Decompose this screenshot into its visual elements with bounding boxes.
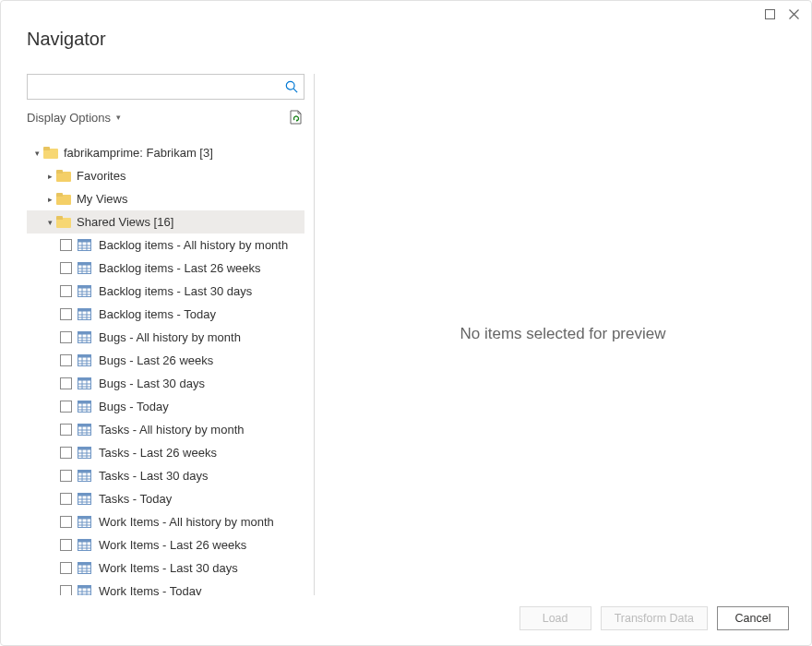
tree-label: Bugs - Today [99, 400, 169, 413]
svg-rect-52 [78, 425, 91, 427]
tree-leaf[interactable]: Bugs - Last 30 days [27, 372, 304, 395]
tree-view[interactable]: ▾ fabrikamprime: Fabrikam [3] ▸ Favorite… [27, 141, 304, 595]
tree-leaf[interactable]: Work Items - Today [27, 580, 304, 595]
svg-rect-46 [78, 401, 91, 404]
footer: Load Transform Data Cancel [1, 595, 811, 645]
tree-leaf[interactable]: Work Items - Last 30 days [27, 556, 304, 580]
checkbox[interactable] [60, 539, 72, 551]
tree-node-root[interactable]: ▾ fabrikamprime: Fabrikam [3] [27, 141, 304, 164]
tree-leaf[interactable]: Bugs - Last 26 weeks [27, 349, 304, 372]
search-input[interactable] [28, 75, 280, 99]
table-icon [78, 331, 91, 343]
table-icon-wrap [78, 470, 91, 482]
tree-label: Bugs - Last 30 days [99, 377, 205, 390]
tree-leaf[interactable]: Work Items - Last 26 weeks [27, 533, 304, 556]
maximize-button[interactable] [758, 3, 782, 27]
tree-leaf[interactable]: Work Items - All history by month [27, 510, 304, 533]
display-options-dropdown[interactable]: Display Options ▾ [27, 111, 121, 125]
left-pane: Display Options ▾ ▾ fa [1, 74, 315, 595]
display-options-label: Display Options [27, 111, 111, 125]
chevron-down-icon: ▾ [116, 113, 121, 122]
table-icon [78, 516, 91, 528]
close-icon [789, 9, 799, 19]
table-icon [78, 447, 91, 459]
tree-leaf[interactable]: Backlog items - Today [27, 303, 304, 326]
caret-right-icon[interactable]: ▸ [45, 195, 54, 204]
search-icon-button[interactable] [280, 75, 304, 99]
folder-icon [56, 216, 71, 228]
checkbox[interactable] [60, 308, 72, 320]
checkbox[interactable] [60, 447, 72, 459]
checkbox[interactable] [60, 262, 72, 274]
checkbox[interactable] [60, 331, 72, 343]
tree-leaf[interactable]: Tasks - All history by month [27, 418, 304, 441]
checkbox[interactable] [60, 424, 72, 436]
svg-rect-94 [78, 586, 91, 589]
checkbox[interactable] [60, 562, 72, 574]
page-title: Navigator [27, 29, 785, 50]
load-button[interactable]: Load [519, 606, 591, 630]
caret-right-icon[interactable]: ▸ [45, 172, 54, 181]
table-icon-wrap [78, 331, 91, 343]
svg-rect-40 [78, 378, 91, 381]
svg-rect-0 [765, 10, 774, 19]
checkbox[interactable] [60, 585, 72, 595]
checkbox[interactable] [60, 516, 72, 528]
tree-leaf[interactable]: Tasks - Last 30 days [27, 464, 304, 487]
maximize-icon [765, 9, 775, 19]
table-icon [78, 354, 91, 366]
tree-label: Backlog items - Today [99, 307, 216, 321]
svg-rect-4 [78, 240, 91, 243]
table-icon-wrap [78, 562, 91, 574]
checkbox[interactable] [60, 354, 72, 366]
transform-data-button[interactable]: Transform Data [601, 606, 708, 630]
tree-leaf[interactable]: Tasks - Today [27, 487, 304, 510]
refresh-button[interactable] [286, 108, 304, 126]
tree-node-favorites[interactable]: ▸ Favorites [27, 164, 304, 187]
table-icon [78, 401, 91, 413]
table-icon-wrap [78, 239, 91, 251]
tree-node-sharedviews[interactable]: ▾ Shared Views [16] [27, 210, 304, 233]
checkbox[interactable] [60, 377, 72, 389]
svg-point-1 [286, 81, 294, 90]
tree-leaf[interactable]: Tasks - Last 26 weeks [27, 441, 304, 464]
table-icon [78, 239, 91, 251]
checkbox[interactable] [60, 493, 72, 505]
tree-leaf[interactable]: Bugs - Today [27, 395, 304, 418]
content: Display Options ▾ ▾ fa [1, 57, 811, 595]
tree-label: Shared Views [16] [77, 215, 173, 229]
tree-label: Work Items - Last 30 days [99, 561, 238, 575]
table-icon-wrap [78, 539, 91, 551]
checkbox[interactable] [60, 239, 72, 251]
tree-leaf[interactable]: Backlog items - Last 30 days [27, 280, 304, 303]
tree-leaf[interactable]: Bugs - All history by month [27, 326, 304, 349]
search-box[interactable] [27, 74, 304, 100]
tree-label: Work Items - All history by month [99, 515, 274, 529]
tree-leaf[interactable]: Backlog items - All history by month [27, 233, 304, 257]
tree-label: Favorites [77, 169, 125, 183]
checkbox[interactable] [60, 470, 72, 482]
table-icon [78, 262, 91, 274]
table-icon [78, 539, 91, 551]
checkbox[interactable] [60, 401, 72, 413]
navigator-dialog: Navigator Display Options ▾ [0, 0, 812, 646]
tree-label: Work Items - Last 26 weeks [99, 538, 246, 552]
tree-leaf[interactable]: Backlog items - Last 26 weeks [27, 257, 304, 280]
table-icon [78, 493, 91, 505]
table-icon [78, 424, 91, 436]
shared-views-children: Backlog items - All history by monthBack… [27, 233, 304, 595]
cancel-button[interactable]: Cancel [717, 606, 789, 630]
close-button[interactable] [782, 3, 806, 27]
tree-label: Work Items - Today [99, 584, 202, 595]
folder-icon [43, 147, 58, 159]
caret-down-icon[interactable]: ▾ [45, 218, 54, 227]
tree-label: Bugs - All history by month [99, 330, 241, 344]
tree-node-myviews[interactable]: ▸ My Views [27, 187, 304, 210]
titlebar [1, 1, 811, 29]
table-icon-wrap [78, 424, 91, 436]
table-icon-wrap [78, 493, 91, 505]
checkbox[interactable] [60, 285, 72, 297]
caret-down-icon[interactable]: ▾ [32, 149, 42, 158]
table-icon [78, 585, 91, 595]
tree-label: Bugs - Last 26 weeks [99, 353, 213, 367]
